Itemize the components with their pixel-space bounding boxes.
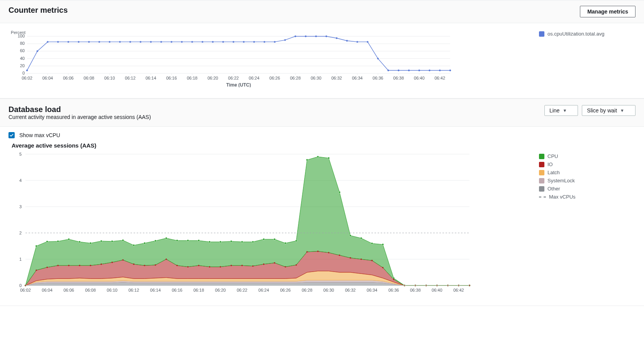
counter-metrics-title: Counter metrics — [8, 6, 68, 15]
database-load-header: Database load Current activity measured … — [0, 99, 644, 127]
svg-point-178 — [317, 251, 319, 252]
svg-text:06:38: 06:38 — [410, 288, 421, 292]
svg-point-111 — [46, 241, 48, 243]
svg-point-113 — [68, 238, 70, 240]
svg-text:06:32: 06:32 — [345, 288, 356, 292]
svg-point-89 — [377, 58, 379, 59]
svg-text:5: 5 — [19, 152, 22, 156]
svg-text:06:34: 06:34 — [367, 288, 378, 292]
svg-point-182 — [361, 258, 362, 260]
svg-point-60 — [78, 41, 79, 42]
svg-point-158 — [101, 263, 102, 265]
svg-point-132 — [274, 238, 276, 240]
svg-text:Time (UTC): Time (UTC) — [226, 82, 251, 87]
show-max-vcpu-label: Show max vCPU — [19, 132, 60, 138]
svg-point-174 — [274, 262, 275, 264]
svg-point-124 — [187, 239, 189, 241]
select-value: Slice by wait — [587, 107, 617, 114]
counter-chart[interactable]: Percent02040608010006:0206:0406:0606:080… — [8, 29, 528, 87]
aas-chart[interactable]: 01234506:0206:0406:0606:0806:1006:1206:1… — [8, 152, 528, 295]
svg-point-79 — [274, 41, 275, 42]
caret-down-icon: ▼ — [620, 108, 624, 113]
svg-point-74 — [222, 41, 224, 42]
legend-label: os.cpuUtilization.total.avg — [547, 31, 604, 37]
square-icon — [539, 162, 544, 167]
aas-legend: CPU IO Latch SystemLock Other Max vCPUs — [539, 152, 636, 202]
svg-point-136 — [317, 156, 319, 158]
svg-point-180 — [339, 255, 341, 256]
svg-point-55 — [26, 70, 28, 71]
svg-text:20: 20 — [20, 63, 25, 68]
svg-text:06:18: 06:18 — [187, 76, 198, 80]
svg-point-116 — [100, 240, 102, 242]
svg-text:2: 2 — [19, 231, 22, 235]
legend-item-latch[interactable]: Latch — [539, 170, 636, 175]
svg-text:06:28: 06:28 — [290, 76, 301, 80]
svg-point-68 — [160, 41, 162, 42]
svg-text:100: 100 — [18, 34, 25, 38]
legend-item-io[interactable]: IO — [539, 161, 636, 167]
svg-point-155 — [68, 265, 69, 267]
svg-text:06:26: 06:26 — [280, 288, 291, 292]
svg-point-171 — [241, 265, 243, 267]
svg-point-181 — [350, 257, 351, 259]
svg-point-142 — [382, 244, 384, 246]
svg-point-156 — [79, 265, 80, 267]
svg-point-130 — [252, 241, 254, 243]
svg-point-120 — [144, 242, 146, 244]
svg-point-160 — [122, 259, 124, 261]
svg-point-82 — [305, 36, 307, 37]
svg-point-118 — [122, 239, 124, 241]
legend-item-other[interactable]: Other — [539, 186, 636, 192]
svg-point-133 — [285, 242, 286, 244]
slice-select[interactable]: Slice by wait ▼ — [582, 105, 636, 116]
dash-icon — [539, 197, 546, 197]
svg-point-168 — [209, 266, 210, 268]
legend-label: Other — [547, 186, 560, 192]
svg-point-72 — [202, 41, 203, 42]
counter-legend: os.cpuUtilization.total.avg — [539, 29, 636, 39]
svg-point-115 — [90, 242, 92, 244]
svg-point-61 — [88, 41, 90, 42]
svg-point-77 — [253, 41, 255, 42]
database-load-panel: Database load Current activity measured … — [0, 99, 644, 306]
svg-point-153 — [46, 267, 48, 268]
square-icon — [539, 170, 544, 175]
aas-chart-area: 01234506:0206:0406:0606:0806:1006:1206:1… — [0, 152, 644, 306]
show-max-vcpu-checkbox[interactable] — [8, 132, 15, 138]
aas-chart-title: Average active sessions (AAS) — [0, 141, 644, 152]
svg-point-94 — [429, 70, 430, 71]
svg-text:06:40: 06:40 — [414, 76, 425, 80]
svg-point-165 — [176, 265, 178, 267]
svg-text:06:30: 06:30 — [311, 76, 322, 80]
svg-point-69 — [171, 41, 172, 42]
legend-item-cpu[interactable]: CPU — [539, 153, 636, 159]
counter-metrics-header: Counter metrics Manage metrics — [0, 0, 644, 23]
manage-metrics-button[interactable]: Manage metrics — [580, 6, 636, 17]
svg-text:06:08: 06:08 — [84, 76, 95, 80]
svg-point-63 — [109, 41, 110, 42]
chart-type-select[interactable]: Line ▼ — [544, 105, 578, 116]
svg-text:06:16: 06:16 — [172, 288, 183, 292]
svg-point-161 — [133, 263, 135, 265]
svg-point-131 — [263, 238, 265, 240]
legend-item-maxvcpus[interactable]: Max vCPUs — [539, 194, 636, 200]
svg-text:06:04: 06:04 — [42, 76, 53, 80]
svg-point-64 — [119, 41, 120, 42]
caret-down-icon: ▼ — [563, 108, 567, 113]
svg-point-152 — [36, 270, 37, 271]
svg-point-172 — [252, 265, 254, 267]
svg-text:06:10: 06:10 — [104, 76, 115, 80]
svg-point-162 — [144, 265, 146, 267]
square-icon — [539, 186, 544, 192]
svg-point-139 — [349, 234, 351, 236]
svg-point-85 — [336, 37, 337, 39]
svg-point-114 — [79, 241, 81, 243]
database-load-title-block: Database load Current activity measured … — [8, 105, 151, 120]
legend-item-cpuutil[interactable]: os.cpuUtilization.total.avg — [539, 31, 636, 37]
svg-point-140 — [360, 237, 362, 239]
legend-item-systemlock[interactable]: SystemLock — [539, 178, 636, 183]
svg-text:06:42: 06:42 — [435, 76, 446, 80]
legend-label: CPU — [547, 153, 558, 159]
svg-point-183 — [371, 260, 373, 262]
